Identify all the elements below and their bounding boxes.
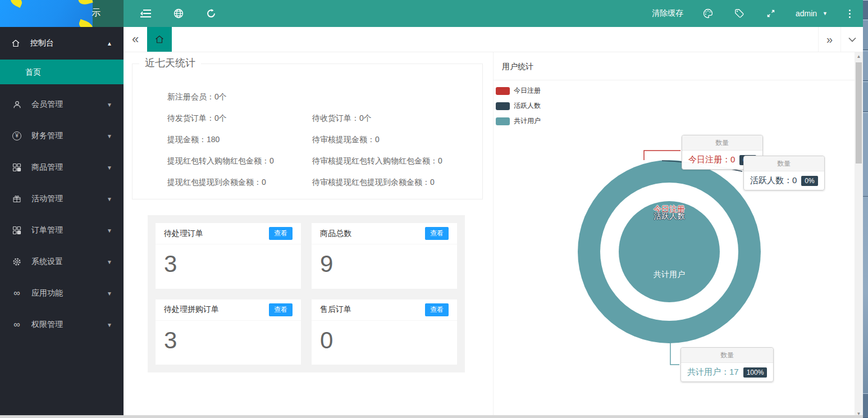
gear-icon: [11, 257, 22, 266]
sidebar: 控制台 ▲ 首页 会员管理 ▼ ¥ 财务管理 ▼ 商品管理 ▼ 活动管理: [0, 27, 124, 415]
legend-swatch: [496, 102, 510, 110]
sidebar-item-orders[interactable]: 订单管理 ▼: [0, 215, 124, 246]
refresh-icon[interactable]: [204, 7, 218, 20]
sidebar-item-apps[interactable]: ∞ 应用功能 ▼: [0, 278, 124, 309]
card-title: 待处理拼购订单: [164, 305, 219, 315]
legend-label: 活跃人数: [514, 101, 541, 111]
legend-swatch: [496, 117, 510, 125]
scrollbar-thumb[interactable]: [856, 62, 862, 163]
sidebar-item-label: 订单管理: [31, 225, 63, 235]
sidebar-item-label: 系统设置: [31, 257, 63, 267]
view-button[interactable]: 查看: [425, 303, 449, 316]
sidebar-item-members[interactable]: 会员管理 ▼: [0, 89, 124, 120]
card-title: 商品总数: [320, 229, 351, 239]
stats-row: 提现红包转入购物红包金额：0待审核提现红包转入购物红包金额：0: [167, 151, 482, 172]
stat-value: 待审核提现金额：0: [312, 135, 380, 145]
sidebar-item-label: 应用功能: [31, 288, 63, 298]
navbar-left-group: [139, 7, 218, 20]
gift-icon: [11, 194, 22, 203]
tag-icon[interactable]: [733, 7, 746, 20]
sidebar-item-activities[interactable]: 活动管理 ▼: [0, 183, 124, 215]
tab-scroll-left-button[interactable]: «: [124, 27, 147, 52]
legend-item-active[interactable]: 活跃人数: [496, 101, 541, 111]
infinity-icon: ∞: [11, 320, 22, 329]
seven-day-stats-title: 近七天统计: [139, 56, 201, 70]
sidebar-item-home-active[interactable]: 首页: [0, 60, 124, 84]
main-content: 近七天统计 新注册会员：0个 待发货订单：0个待收货订单：0个 提现金额：180…: [124, 52, 855, 418]
card-aftersale-orders: 售后订单查看 0: [312, 299, 457, 365]
chevron-down-icon: ▼: [107, 322, 112, 328]
chevron-down-icon: ▼: [107, 133, 112, 139]
view-button[interactable]: 查看: [269, 227, 293, 240]
navbar-right-group: 清除缓存 admin ▼: [652, 7, 851, 20]
card-value: 3: [156, 321, 301, 353]
sidebar-item-goods[interactable]: 商品管理 ▼: [0, 152, 124, 183]
sidebar-item-console[interactable]: 控制台 ▲: [0, 27, 124, 60]
percent-badge: 0%: [801, 176, 817, 186]
sidebar-item-finance[interactable]: ¥ 财务管理 ▼: [0, 120, 124, 152]
tab-right-controls: »: [818, 27, 863, 52]
sidebar-item-permissions[interactable]: ∞ 权限管理 ▼: [0, 309, 124, 340]
stat-value: 提现金额：180: [167, 135, 312, 145]
tooltip-text: 活跃人数：0: [750, 175, 797, 186]
legend-item-total[interactable]: 共计用户: [496, 116, 541, 126]
donut-chart[interactable]: [578, 160, 761, 343]
components-icon: [11, 226, 22, 235]
infinity-icon: ∞: [11, 289, 22, 298]
chart-label-total: 共计用户: [654, 270, 685, 280]
logo-area: 示: [0, 0, 124, 27]
user-stats-title: 用户统计: [494, 52, 855, 80]
caret-up-icon: ▲: [107, 40, 112, 47]
view-button[interactable]: 查看: [425, 227, 449, 240]
view-button[interactable]: 查看: [269, 303, 293, 316]
tab-home-active[interactable]: [147, 27, 172, 52]
user-menu[interactable]: admin ▼: [796, 9, 828, 18]
card-total-goods: 商品总数查看 9: [312, 223, 457, 289]
donut-gap: [600, 183, 738, 321]
legend-label: 今日注册: [514, 86, 541, 96]
tab-menu-button[interactable]: [840, 27, 863, 52]
home-icon: [11, 39, 20, 48]
user-stats-panel: 用户统计 今日注册 活跃人数 共计用户 今日注册 活跃人数 共计用户: [493, 52, 855, 418]
card-title: 待处理订单: [164, 229, 203, 239]
stat-value: 待收货订单：0个: [312, 113, 372, 124]
more-vertical-icon[interactable]: [849, 10, 851, 18]
tab-scroll-right-button[interactable]: »: [818, 27, 840, 52]
scroll-up-arrow[interactable]: ▲: [855, 52, 863, 61]
legend-item-register[interactable]: 今日注册: [496, 86, 541, 96]
chart-legend: 今日注册 活跃人数 共计用户: [496, 86, 541, 126]
card-value: 3: [156, 244, 301, 277]
chevron-down-icon: ▼: [107, 259, 112, 265]
sidebar-item-settings[interactable]: 系统设置 ▼: [0, 246, 124, 278]
admin-dashboard: 示 清除缓存 admin: [0, 0, 868, 418]
window-bottom-edge: [0, 415, 863, 418]
chevron-down-icon: ▼: [107, 196, 112, 202]
sidebar-item-label: 财务管理: [31, 131, 63, 141]
stat-value: 待发货订单：0个: [167, 113, 312, 124]
logo-text: 示: [92, 7, 101, 19]
clear-cache-button[interactable]: 清除缓存: [652, 8, 683, 19]
percent-badge: 100%: [743, 367, 768, 378]
chevron-down-icon: ▼: [823, 11, 828, 16]
legend-label: 共计用户: [514, 116, 541, 126]
sidebar-item-label: 会员管理: [31, 99, 63, 110]
card-title: 售后订单: [320, 305, 351, 315]
fullscreen-icon[interactable]: [764, 7, 778, 20]
sidebar-console-label: 控制台: [30, 38, 54, 48]
vertical-scrollbar: ▲ ▼: [855, 52, 863, 418]
sidebar-menu: 会员管理 ▼ ¥ 财务管理 ▼ 商品管理 ▼ 活动管理 ▼ 订单管理: [0, 89, 124, 340]
seven-day-stats-panel: 近七天统计 新注册会员：0个 待发货订单：0个待收货订单：0个 提现金额：180…: [132, 63, 483, 199]
globe-icon[interactable]: [172, 7, 185, 20]
tooltip-header: 数量: [682, 135, 762, 151]
card-pending-orders: 待处理订单查看 3: [156, 223, 301, 289]
palette-icon[interactable]: [701, 7, 715, 20]
stats-row: 提现红包提现到余额金额：0待审核提现红包提现到余额金额：0: [167, 172, 482, 193]
collapse-menu-icon[interactable]: [139, 7, 153, 20]
chevron-down-icon: ▼: [107, 290, 112, 297]
yen-icon: ¥: [11, 131, 22, 140]
components-icon: [11, 163, 22, 172]
sidebar-item-label: 权限管理: [31, 320, 63, 330]
leaf-decoration: [77, 19, 94, 27]
stats-row: 提现金额：180待审核提现金额：0: [167, 129, 482, 151]
card-value: 9: [312, 244, 457, 277]
